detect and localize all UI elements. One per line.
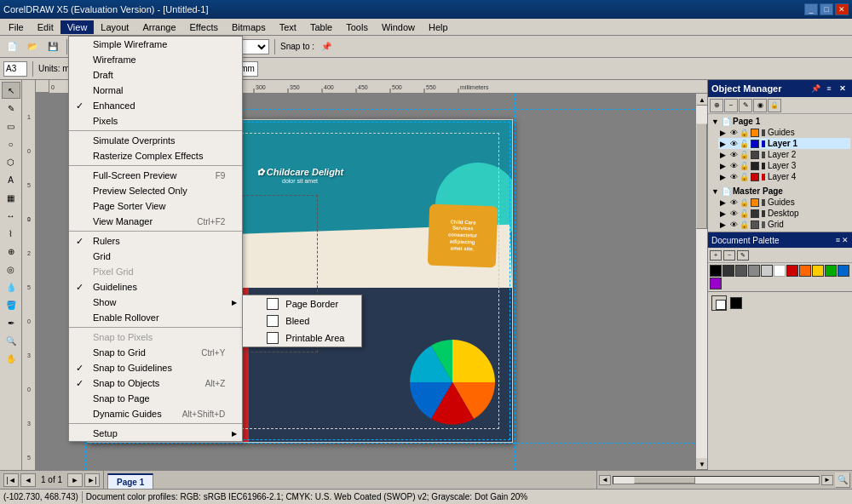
expand-guides1[interactable]: ▶ bbox=[720, 129, 728, 137]
tree-page-1[interactable]: ▼ 📄 Page 1 bbox=[710, 116, 850, 127]
hscroll-thumb[interactable] bbox=[634, 477, 695, 484]
lock-icon-layer4[interactable]: 🔓 bbox=[740, 173, 749, 181]
view-dynamic-guides[interactable]: Dynamic Guides Alt+Shift+D bbox=[69, 406, 242, 421]
view-rasterize[interactable]: Rasterize Complex Effects bbox=[69, 148, 242, 163]
palette-edit-btn[interactable]: ✎ bbox=[737, 250, 749, 261]
pal-red[interactable] bbox=[786, 265, 798, 277]
palette-new-btn[interactable]: + bbox=[710, 250, 722, 261]
pan-tool[interactable]: ✋ bbox=[2, 350, 20, 367]
menu-table[interactable]: Table bbox=[303, 20, 339, 34]
menu-effects[interactable]: Effects bbox=[183, 20, 225, 34]
pal-green[interactable] bbox=[825, 265, 837, 277]
palette-close-icon[interactable]: ✕ bbox=[842, 236, 849, 244]
next-page-btn[interactable]: ► bbox=[67, 473, 83, 487]
pal-gray[interactable] bbox=[735, 265, 747, 277]
show-obj-btn[interactable]: ◉ bbox=[753, 99, 767, 112]
lock-icon-grid[interactable]: 🔒 bbox=[740, 220, 749, 229]
eye-icon-masterguides[interactable]: 👁 bbox=[730, 198, 738, 207]
connect-tool[interactable]: ⌇ bbox=[2, 225, 20, 242]
tree-master-guides[interactable]: ▶ 👁 🔒 Guides bbox=[718, 197, 850, 208]
view-simulate-overprints[interactable]: Simulate Overprints bbox=[69, 133, 242, 148]
menu-window[interactable]: Window bbox=[375, 20, 422, 34]
expand-layer3[interactable]: ▶ bbox=[720, 162, 728, 170]
view-simple-wireframe[interactable]: Simple Wireframe bbox=[69, 37, 242, 52]
pal-orange[interactable] bbox=[799, 265, 811, 277]
view-rulers[interactable]: Rulers bbox=[69, 233, 242, 249]
view-preview-selected[interactable]: Preview Selected Only bbox=[69, 183, 242, 198]
show-printable-area[interactable]: Printable Area bbox=[243, 329, 361, 346]
expand-masterpage[interactable]: ▼ bbox=[711, 187, 720, 196]
tree-layer-2[interactable]: ▶ 👁 🔓 Layer 2 bbox=[718, 149, 850, 160]
view-grid[interactable]: Grid bbox=[69, 249, 242, 264]
view-enhanced[interactable]: Enhanced bbox=[69, 98, 242, 113]
eye-icon-layer3[interactable]: 👁 bbox=[730, 162, 738, 170]
pal-blue[interactable] bbox=[838, 265, 849, 277]
menu-layout[interactable]: Layout bbox=[94, 20, 135, 34]
view-draft[interactable]: Draft bbox=[69, 67, 242, 83]
poly-tool[interactable]: ⬡ bbox=[2, 153, 20, 170]
show-page-border[interactable]: Page Border bbox=[243, 295, 361, 312]
object-tree[interactable]: ▼ 📄 Page 1 ▶ 👁 🔒 Guides ▶ 👁 🔓 Layer bbox=[708, 114, 852, 232]
dropper-tool[interactable]: 💧 bbox=[2, 278, 20, 295]
tree-layer-4[interactable]: ▶ 👁 🔓 Layer 4 bbox=[718, 171, 850, 182]
expand-masterguides[interactable]: ▶ bbox=[720, 198, 728, 207]
lock-icon-desktop[interactable]: 🔓 bbox=[740, 209, 749, 218]
view-guidelines[interactable]: Guidelines bbox=[69, 279, 242, 295]
view-setup[interactable]: Setup bbox=[69, 426, 242, 441]
first-page-btn[interactable]: |◄ bbox=[3, 473, 19, 487]
view-pixels[interactable]: Pixels bbox=[69, 113, 242, 129]
show-bleed[interactable]: Bleed bbox=[243, 312, 361, 329]
menu-bitmaps[interactable]: Bitmaps bbox=[225, 20, 273, 34]
open-btn[interactable]: 📂 bbox=[24, 38, 41, 55]
lock-icon-layer2[interactable]: 🔓 bbox=[740, 151, 749, 159]
view-snap-page[interactable]: Snap to Page bbox=[69, 391, 242, 406]
menu-view[interactable]: View bbox=[60, 20, 95, 34]
maximize-btn[interactable]: □ bbox=[820, 3, 833, 15]
last-page-btn[interactable]: ►| bbox=[84, 473, 100, 487]
contour-tool[interactable]: ◎ bbox=[2, 261, 20, 278]
vscroll-up[interactable]: ▲ bbox=[696, 94, 707, 106]
view-snap-objects[interactable]: Snap to Objects Alt+Z bbox=[69, 375, 242, 391]
pal-purple[interactable] bbox=[710, 278, 722, 289]
tree-master-desktop[interactable]: ▶ 👁 🔓 Desktop bbox=[718, 208, 850, 219]
menu-tools[interactable]: Tools bbox=[339, 20, 375, 34]
view-page-sorter[interactable]: Page Sorter View bbox=[69, 198, 242, 214]
ellipse-tool[interactable]: ○ bbox=[2, 135, 20, 152]
close-btn[interactable]: ✕ bbox=[835, 3, 849, 15]
view-normal[interactable]: Normal bbox=[69, 83, 242, 98]
expand-desktop[interactable]: ▶ bbox=[720, 209, 728, 218]
zoom-level-btn[interactable]: 🔍 bbox=[835, 472, 850, 488]
prev-page-btn[interactable]: ◄ bbox=[20, 473, 36, 487]
text-tool[interactable]: A bbox=[2, 171, 20, 188]
expand-layer1[interactable]: ▶ bbox=[720, 140, 728, 148]
vscroll-bar[interactable]: ▲ ▼ bbox=[695, 94, 707, 470]
menu-edit[interactable]: Edit bbox=[31, 20, 60, 34]
eye-icon-guides1[interactable]: 👁 bbox=[730, 129, 738, 137]
hscroll-left[interactable]: ◄ bbox=[599, 475, 611, 485]
hscroll-right[interactable]: ► bbox=[821, 475, 833, 485]
save-btn[interactable]: 💾 bbox=[44, 38, 61, 55]
outline-indicator[interactable] bbox=[730, 297, 742, 309]
palette-menu-icon[interactable]: ≡ bbox=[836, 236, 840, 244]
panel-close-icon[interactable]: ✕ bbox=[837, 83, 849, 94]
lock-icon-guides1[interactable]: 🔒 bbox=[740, 129, 749, 137]
fill-tool[interactable]: 🪣 bbox=[2, 296, 20, 313]
eye-icon-layer2[interactable]: 👁 bbox=[730, 151, 738, 159]
pal-dark-gray[interactable] bbox=[722, 265, 734, 277]
view-snap-grid[interactable]: Snap to Grid Ctrl+Y bbox=[69, 345, 242, 360]
window-controls[interactable]: _ □ ✕ bbox=[804, 3, 849, 15]
view-enable-rollover[interactable]: Enable Rollover bbox=[69, 310, 242, 325]
menu-help[interactable]: Help bbox=[422, 20, 455, 34]
view-snap-guidelines[interactable]: Snap to Guidelines bbox=[69, 360, 242, 375]
freehand-tool[interactable]: ✎ bbox=[2, 100, 20, 117]
view-wireframe[interactable]: Wireframe bbox=[69, 52, 242, 67]
expand-grid[interactable]: ▶ bbox=[720, 220, 728, 229]
vscroll-down[interactable]: ▼ bbox=[696, 458, 707, 470]
menu-text[interactable]: Text bbox=[273, 20, 303, 34]
tree-master-page[interactable]: ▼ 📄 Master Page bbox=[710, 186, 850, 197]
view-dropdown[interactable]: Simple Wireframe Wireframe Draft Normal … bbox=[68, 36, 243, 442]
lock-obj-btn[interactable]: 🔒 bbox=[768, 99, 781, 112]
eye-icon-layer4[interactable]: 👁 bbox=[730, 173, 738, 181]
pal-light-gray[interactable] bbox=[761, 265, 773, 277]
lock-icon-masterguides[interactable]: 🔒 bbox=[740, 198, 749, 207]
